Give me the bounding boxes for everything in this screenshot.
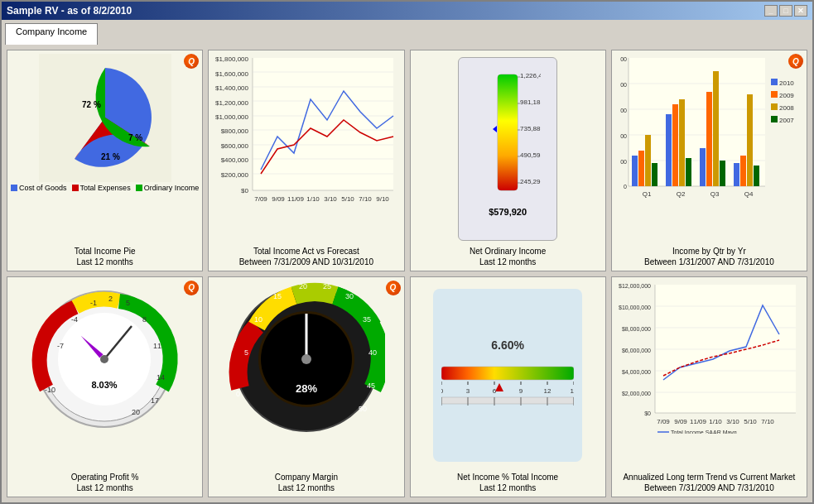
line1-svg: $1,800,000 $1,600,000 $1,400,000 $1,200,… xyxy=(215,54,397,207)
svg-text:1/10: 1/10 xyxy=(306,195,320,203)
svg-text:5: 5 xyxy=(244,348,248,357)
svg-text:21 %: 21 % xyxy=(101,152,120,161)
svg-rect-72 xyxy=(679,99,685,186)
svg-text:3: 3 xyxy=(466,387,470,393)
svg-rect-86 xyxy=(771,79,778,85)
chart-gauge2: Q xyxy=(208,276,404,498)
chart-thermo: 1,226,482 981,185 735,889 490,593 245,29… xyxy=(410,50,606,271)
svg-text:72 %: 72 % xyxy=(82,100,101,109)
svg-text:-1: -1 xyxy=(90,299,97,307)
svg-rect-6 xyxy=(136,185,142,191)
q-icon-gauge1[interactable]: Q xyxy=(184,281,199,295)
svg-text:981,185: 981,185 xyxy=(520,98,541,106)
svg-text:35: 35 xyxy=(363,315,371,324)
svg-text:2000000: 2000000 xyxy=(620,133,627,139)
svg-rect-151 xyxy=(655,285,796,413)
svg-text:11: 11 xyxy=(153,342,161,350)
svg-text:8: 8 xyxy=(142,315,147,324)
window-controls: _ □ ✕ xyxy=(764,5,807,17)
svg-text:Total Income SAAR Mavg: Total Income SAAR Mavg xyxy=(671,430,737,434)
svg-text:2007: 2007 xyxy=(779,117,794,124)
svg-text:5000000: 5000000 xyxy=(620,56,627,62)
svg-text:Q3: Q3 xyxy=(710,190,720,198)
svg-rect-78 xyxy=(734,163,739,186)
chart-progress-title: Net Income % Total Income Last 12 months xyxy=(457,472,558,493)
svg-rect-92 xyxy=(771,116,778,122)
window-frame: Sample RV - as of 8/2/2010 _ □ ✕ Company… xyxy=(0,0,814,504)
svg-text:Q4: Q4 xyxy=(744,190,754,198)
svg-text:50: 50 xyxy=(359,405,367,413)
svg-rect-130 xyxy=(441,367,574,380)
svg-rect-90 xyxy=(771,103,778,110)
q-icon-gauge2[interactable]: Q xyxy=(386,281,401,295)
svg-text:-4: -4 xyxy=(71,315,78,324)
svg-text:1000000: 1000000 xyxy=(620,159,627,165)
svg-rect-75 xyxy=(706,92,712,186)
svg-point-110 xyxy=(100,355,108,363)
chart-gauge1: Q -10 -7 -4 -1 2 xyxy=(7,276,203,498)
svg-text:735,889: 735,889 xyxy=(520,125,541,132)
svg-text:11/09: 11/09 xyxy=(287,195,305,203)
svg-text:$2,000,000: $2,000,000 xyxy=(622,391,651,396)
svg-text:$200,000: $200,000 xyxy=(221,171,249,179)
svg-text:-10: -10 xyxy=(45,386,55,394)
thermo-svg: 1,226,482 981,185 735,889 490,593 245,29… xyxy=(474,66,541,207)
svg-text:$400,000: $400,000 xyxy=(221,156,249,164)
svg-text:45: 45 xyxy=(367,382,375,390)
svg-text:9/09: 9/09 xyxy=(675,418,688,425)
svg-text:5: 5 xyxy=(126,299,130,307)
svg-text:5/10: 5/10 xyxy=(744,418,758,425)
svg-rect-88 xyxy=(771,91,778,98)
svg-text:7/09: 7/09 xyxy=(657,418,671,425)
svg-text:9: 9 xyxy=(519,387,523,393)
content-area: Q 72 % 7 % 21 % xyxy=(2,45,812,502)
chart-line2: $12,000,000 $10,000,000 $8,000,000 $6,00… xyxy=(611,276,807,498)
svg-text:$800,000: $800,000 xyxy=(221,127,249,135)
svg-text:5/10: 5/10 xyxy=(341,195,354,203)
svg-rect-79 xyxy=(740,156,746,186)
svg-text:3/10: 3/10 xyxy=(324,195,337,203)
svg-rect-41 xyxy=(498,74,518,190)
gauge2-svg: 0 5 10 15 20 25 30 35 40 45 50 28% xyxy=(228,281,385,434)
svg-text:$1,200,000: $1,200,000 xyxy=(215,99,249,107)
svg-text:2: 2 xyxy=(108,295,113,303)
svg-text:$4,000,000: $4,000,000 xyxy=(622,369,651,375)
svg-rect-77 xyxy=(720,161,725,186)
svg-text:$1,800,000: $1,800,000 xyxy=(215,55,249,63)
svg-text:30: 30 xyxy=(345,292,354,300)
pie-legend: Cost of Goods Total Expenses Ordinary In… xyxy=(11,184,199,192)
chart-line1-title: Total Income Act vs Forecast Between 7/3… xyxy=(239,246,373,267)
svg-marker-42 xyxy=(493,126,497,132)
thermo-value: $579,920 xyxy=(489,207,527,217)
q-icon-bar[interactable]: Q xyxy=(788,54,803,69)
svg-text:1/10: 1/10 xyxy=(710,418,723,425)
line2-svg: $12,000,000 $10,000,000 $8,000,000 $6,00… xyxy=(618,281,800,434)
svg-text:7/10: 7/10 xyxy=(762,418,775,425)
svg-text:9/10: 9/10 xyxy=(376,195,389,203)
svg-text:-7: -7 xyxy=(57,342,64,350)
window-title: Sample RV - as of 8/2/2010 xyxy=(7,5,132,17)
minimize-button[interactable]: _ xyxy=(764,5,778,17)
bar-svg: 5000000 4000000 3000000 2000000 1000000 … xyxy=(620,54,798,207)
svg-text:6: 6 xyxy=(493,387,497,393)
svg-text:$1,000,000: $1,000,000 xyxy=(215,113,249,121)
svg-text:40: 40 xyxy=(368,348,377,357)
svg-text:20: 20 xyxy=(299,282,307,290)
close-button[interactable]: ✕ xyxy=(794,5,807,17)
pie-svg: 72 % 7 % 21 % xyxy=(39,54,171,182)
maximize-button[interactable]: □ xyxy=(779,5,792,17)
svg-text:490,593: 490,593 xyxy=(520,151,541,159)
svg-text:11/09: 11/09 xyxy=(690,418,707,425)
progress-svg: 0 3 6 9 12 15 xyxy=(441,360,574,393)
svg-text:0: 0 xyxy=(236,390,240,398)
svg-text:0: 0 xyxy=(441,387,444,393)
svg-text:245,296: 245,296 xyxy=(520,178,541,185)
svg-text:$6,000,000: $6,000,000 xyxy=(622,348,651,353)
svg-rect-67 xyxy=(638,151,644,186)
gauge1-svg: -10 -7 -4 -1 2 5 8 11 14 17 20 xyxy=(28,281,181,434)
tab-company-income[interactable]: Company Income xyxy=(5,23,98,45)
tab-bar: Company Income xyxy=(2,20,812,45)
svg-text:7/10: 7/10 xyxy=(359,195,372,203)
svg-rect-80 xyxy=(747,94,753,186)
svg-text:$600,000: $600,000 xyxy=(221,142,249,150)
